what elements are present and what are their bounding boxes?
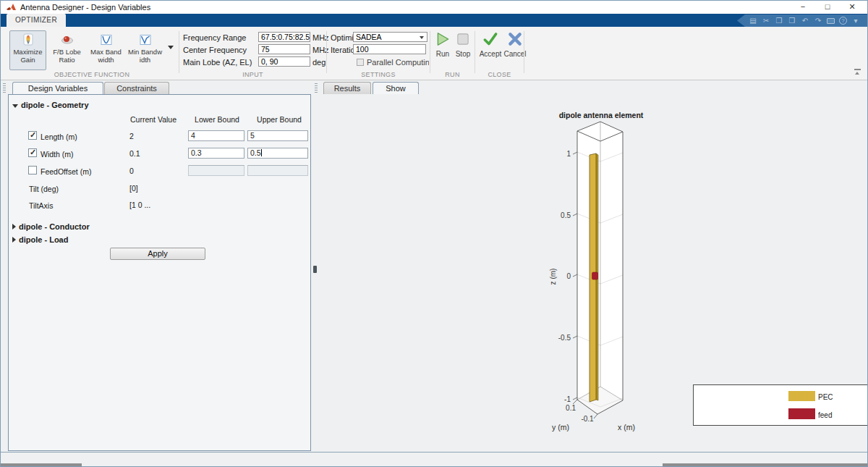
panel-splitter[interactable] — [312, 94, 318, 451]
optimizer-dropdown[interactable]: SADEA — [353, 32, 427, 42]
width-upper-bound-input[interactable]: 0.5 — [247, 148, 308, 159]
run-icon — [435, 31, 451, 47]
z-ticks — [573, 152, 577, 400]
legend-label-pec: PEC — [818, 393, 833, 401]
tab-optimizer[interactable]: OPTIMIZER — [7, 14, 66, 27]
minimize-ribbon-icon[interactable] — [854, 69, 861, 75]
right-panel-grip[interactable] — [315, 83, 318, 93]
max-bandwidth-label: Max Bandwidth — [88, 49, 124, 64]
x-tick — [594, 414, 597, 418]
ribbon-tab-strip: OPTIMIZER ▤ ✂ ❐ ❒ ↶ ↷ ? ▾ — [1, 14, 867, 27]
expand-icon — [12, 224, 16, 230]
center-frequency-label: Center Frequency — [183, 46, 247, 54]
y-axis-label: y (m) — [552, 423, 569, 432]
layout-icon[interactable] — [827, 18, 835, 24]
feedoffset-checkbox[interactable] — [28, 166, 37, 174]
save-icon[interactable]: ▤ — [749, 15, 757, 26]
fb-lobe-ratio-icon — [61, 33, 74, 46]
max-bandwidth-button[interactable]: Max Bandwidth — [88, 30, 124, 70]
svg-text:0.5: 0.5 — [561, 211, 571, 219]
close-button[interactable]: ✕ — [840, 1, 864, 13]
center-frequency-input[interactable]: 75 — [258, 44, 310, 54]
stop-button[interactable]: Stop — [451, 31, 475, 58]
width-checkbox[interactable] — [28, 148, 37, 157]
tab-design-variables[interactable]: Design Variables — [12, 82, 103, 94]
quick-access-toolbar: ▤ ✂ ❐ ❒ ↶ ↷ ? ▾ — [737, 14, 867, 27]
status-bar — [1, 452, 868, 467]
min-bandwidth-button[interactable]: Min Bandwidth — [127, 30, 163, 70]
main-lobe-label: Main Lobe (AZ, EL) — [183, 58, 252, 67]
feedoffset-lower-bound-input — [188, 165, 244, 176]
column-header-current-value: Current Value — [123, 115, 184, 124]
statusbar-left-segment — [1, 463, 82, 467]
frequency-range-label: Frequency Range — [183, 33, 246, 42]
width-lower-bound-input[interactable]: 0.3 — [188, 148, 244, 159]
legend-swatch-pec — [788, 391, 815, 401]
restore-button[interactable]: □ — [815, 1, 840, 13]
cut-icon[interactable]: ✂ — [762, 15, 770, 26]
frequency-range-input[interactable]: 67.5:0.75:82.5 — [258, 32, 310, 42]
legend-swatch-feed — [788, 408, 815, 419]
design-variables-panel: dipole - Geometry Current Value Lower Bo… — [8, 94, 311, 451]
run-group-label: RUN — [430, 71, 475, 79]
stop-icon — [455, 31, 471, 47]
matlab-logo-icon — [7, 3, 17, 12]
main-lobe-input[interactable]: 0, 90 — [258, 56, 310, 67]
geometry-section-header[interactable]: dipole - Geometry — [12, 101, 89, 109]
feed-marker — [592, 272, 598, 279]
undo-icon[interactable]: ↶ — [801, 15, 809, 26]
x-tick-label: -0.1 — [581, 415, 594, 423]
show-panel: dipole antenna element — [319, 94, 868, 452]
copy-icon[interactable]: ❐ — [775, 15, 783, 26]
legend-label-feed: feed — [818, 411, 832, 419]
main-lobe-unit: deg — [312, 58, 326, 67]
expand-icon — [12, 237, 16, 243]
svg-text:1: 1 — [566, 150, 571, 158]
minimize-button[interactable]: − — [791, 1, 815, 13]
svg-text:-0.5: -0.5 — [558, 334, 571, 342]
maximize-gain-label: Maximize Gain — [10, 49, 46, 64]
maximize-gain-button[interactable]: Maximize Gain — [9, 30, 46, 70]
iterations-input[interactable]: 100 — [353, 44, 426, 54]
redo-icon[interactable]: ↷ — [814, 15, 822, 26]
tilt-current-value: [0] — [129, 184, 138, 193]
length-checkbox[interactable] — [28, 131, 37, 140]
tab-show[interactable]: Show — [373, 82, 419, 94]
tab-constraints[interactable]: Constraints — [104, 82, 169, 94]
length-upper-bound-input[interactable]: 5 — [247, 130, 308, 141]
paste-icon[interactable]: ❒ — [788, 15, 796, 26]
apply-button[interactable]: Apply — [110, 248, 205, 260]
feedoffset-current-value: 0 — [129, 167, 134, 175]
parallel-computing-checkbox[interactable] — [357, 59, 364, 66]
toolbar-dropdown-icon[interactable]: ▾ — [851, 15, 860, 26]
accept-label: Accept — [478, 50, 503, 58]
workspace: Design Variables Constraints dipole - Ge… — [1, 80, 868, 452]
length-lower-bound-input[interactable]: 4 — [188, 130, 244, 141]
column-header-lower-bound: Lower Bound — [189, 115, 245, 124]
conductor-section-header[interactable]: dipole - Conductor — [12, 222, 90, 231]
title-bar: Antenna Designer - Design Variables − □ … — [1, 1, 867, 14]
splitter-grip[interactable] — [313, 266, 317, 273]
tab-results[interactable]: Results — [323, 82, 371, 94]
input-group-label: INPUT — [179, 71, 326, 79]
settings-group-label: SETTINGS — [327, 71, 430, 79]
left-panel-grip[interactable] — [3, 83, 6, 93]
width-current-value: 0.1 — [129, 149, 140, 158]
column-header-upper-bound: Upper Bound — [250, 115, 308, 124]
fb-lobe-ratio-button[interactable]: F/B Lobe Ratio — [48, 30, 85, 70]
svg-text:-1: -1 — [564, 395, 571, 403]
antenna-designer-window: Antenna Designer - Design Variables − □ … — [0, 0, 868, 467]
objective-gallery-dropdown-icon[interactable] — [168, 46, 174, 49]
accept-icon — [482, 31, 498, 47]
accept-button[interactable]: Accept — [478, 31, 503, 58]
max-bandwidth-icon — [100, 33, 113, 46]
stop-label: Stop — [451, 50, 475, 58]
cancel-icon — [507, 31, 523, 47]
help-icon[interactable]: ? — [839, 17, 847, 25]
collapse-icon — [12, 104, 18, 108]
plot-legend[interactable]: PEC feed — [693, 384, 868, 426]
load-section-header[interactable]: dipole - Load — [12, 235, 68, 244]
svg-text:0: 0 — [566, 272, 571, 280]
z-axis-label: z (m) — [549, 269, 557, 285]
parallel-computing-label: Parallel Computing — [367, 58, 429, 67]
